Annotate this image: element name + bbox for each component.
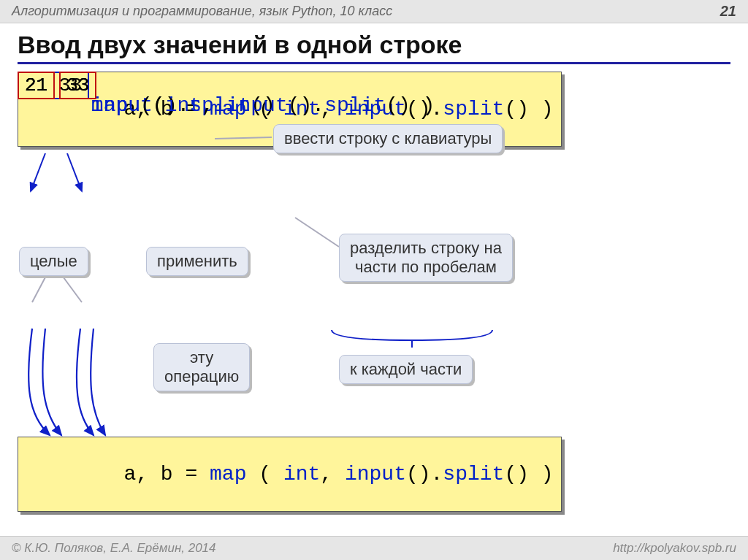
code-main-bottom: a, b = map ( int, input().split() ) (18, 437, 562, 512)
footer-bar: © К.Ю. Поляков, Е.А. Ерёмин, 2014 http:/… (0, 536, 748, 560)
tag-int: целые (19, 247, 88, 276)
tag-each: к каждой части (339, 355, 473, 384)
footer-right: http://kpolyakov.spb.ru (613, 541, 736, 556)
header-page: 21 (720, 3, 736, 20)
svg-line-3 (295, 218, 339, 247)
tag-op: эту операцию (153, 343, 250, 391)
svg-line-4 (32, 275, 47, 302)
footer-left: © К.Ю. Поляков, Е.А. Ерёмин, 2014 (12, 541, 216, 556)
page-title: Ввод двух значений в одной строке (18, 31, 730, 59)
svg-line-0 (31, 153, 45, 191)
svg-line-5 (61, 275, 82, 302)
tag-apply: применить (146, 247, 248, 276)
row3-code: map ( int, input().split() ) (18, 72, 435, 139)
row2-callout: разделить строку на части по пробелам (339, 234, 513, 282)
header-bar: Алгоритмизация и программирование, язык … (0, 0, 748, 23)
header-subject: Алгоритмизация и программирование, язык … (12, 4, 392, 19)
title-rule (18, 62, 730, 64)
stage: a, b = map ( int, input().split() ) 21 3… (18, 72, 730, 510)
svg-line-1 (67, 153, 82, 191)
